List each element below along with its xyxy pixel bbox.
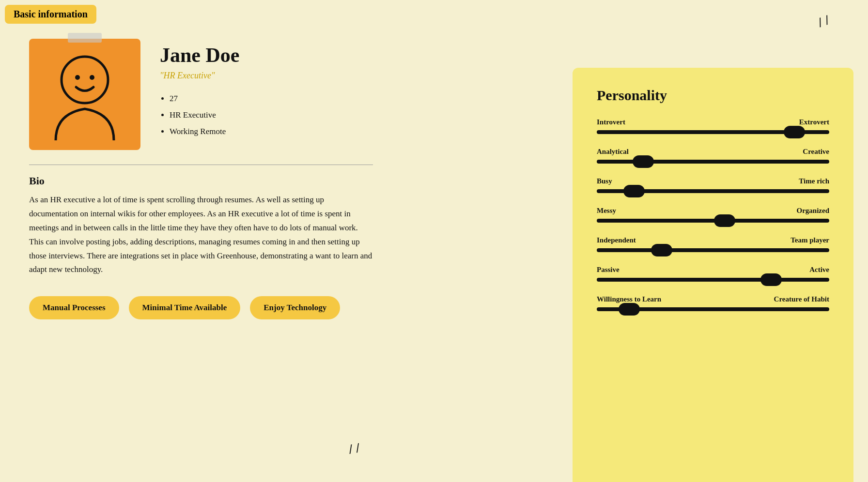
- slider-thumb-3[interactable]: [714, 214, 735, 227]
- slider-row-6: Willingness to LearnCreature of Habit: [597, 295, 829, 311]
- profile-title: "HR Executive": [160, 71, 239, 81]
- svg-point-2: [90, 75, 94, 80]
- slider-left-label-4: Independent: [597, 236, 636, 244]
- avatar-container: [29, 39, 140, 150]
- slider-row-1: AnalyticalCreative: [597, 148, 829, 164]
- slider-track-6: [597, 307, 829, 311]
- deco-mark-top: / /: [816, 13, 831, 30]
- avatar-illustration: [41, 46, 128, 143]
- slider-row-5: PassiveActive: [597, 266, 829, 282]
- slider-thumb-6[interactable]: [619, 303, 640, 316]
- slider-track-3: [597, 219, 829, 223]
- left-panel: Jane Doe "HR Executive" 27 HR Executive …: [0, 0, 397, 482]
- slider-labels-6: Willingness to LearnCreature of Habit: [597, 295, 829, 303]
- profile-workmode: Working Remote: [170, 123, 239, 140]
- slider-right-label-5: Active: [809, 266, 829, 274]
- avatar: [29, 39, 140, 150]
- slider-labels-0: IntrovertExtrovert: [597, 118, 829, 126]
- profile-role: HR Executive: [170, 107, 239, 123]
- slider-right-label-2: Time rich: [799, 177, 829, 185]
- tag-enjoy-technology[interactable]: Enjoy Technology: [250, 296, 340, 319]
- svg-point-1: [75, 75, 80, 80]
- bio-text: As an HR executive a lot of time is spen…: [29, 193, 373, 277]
- slider-thumb-1[interactable]: [633, 155, 654, 168]
- slider-left-label-6: Willingness to Learn: [597, 295, 661, 303]
- slider-track-0: [597, 130, 829, 134]
- personality-panel: Personality IntrovertExtrovertAnalytical…: [573, 68, 853, 482]
- slider-labels-2: BusyTime rich: [597, 177, 829, 185]
- slider-labels-5: PassiveActive: [597, 266, 829, 274]
- profile-name: Jane Doe: [160, 44, 239, 67]
- tape-decoration: [68, 33, 102, 43]
- sliders-container: IntrovertExtrovertAnalyticalCreativeBusy…: [597, 118, 829, 311]
- bio-section: Bio As an HR executive a lot of time is …: [29, 175, 373, 277]
- slider-row-0: IntrovertExtrovert: [597, 118, 829, 134]
- profile-section: Jane Doe "HR Executive" 27 HR Executive …: [29, 39, 373, 150]
- deco-mark-bottom: / /: [348, 441, 361, 456]
- slider-labels-4: IndependentTeam player: [597, 236, 829, 244]
- section-divider: [29, 165, 373, 165]
- basic-info-badge: Basic information: [5, 5, 96, 24]
- slider-right-label-0: Extrovert: [799, 118, 829, 126]
- personality-title: Personality: [597, 87, 829, 104]
- slider-thumb-2[interactable]: [623, 185, 645, 197]
- slider-row-4: IndependentTeam player: [597, 236, 829, 252]
- profile-age: 27: [170, 90, 239, 107]
- slider-right-label-1: Creative: [803, 148, 829, 156]
- slider-labels-1: AnalyticalCreative: [597, 148, 829, 156]
- tag-manual-processes[interactable]: Manual Processes: [29, 296, 119, 319]
- slider-thumb-4[interactable]: [651, 244, 672, 256]
- slider-left-label-5: Passive: [597, 266, 620, 274]
- slider-thumb-0[interactable]: [784, 126, 805, 138]
- svg-point-0: [62, 57, 108, 103]
- slider-labels-3: MessyOrganized: [597, 207, 829, 215]
- profile-details: 27 HR Executive Working Remote: [160, 90, 239, 140]
- slider-track-2: [597, 189, 829, 193]
- slider-right-label-4: Team player: [790, 236, 829, 244]
- slider-thumb-5[interactable]: [760, 273, 782, 286]
- bio-heading: Bio: [29, 175, 373, 187]
- slider-left-label-0: Introvert: [597, 118, 625, 126]
- slider-right-label-6: Creature of Habit: [774, 295, 829, 303]
- slider-left-label-1: Analytical: [597, 148, 629, 156]
- slider-right-label-3: Organized: [797, 207, 830, 215]
- slider-row-3: MessyOrganized: [597, 207, 829, 223]
- slider-left-label-2: Busy: [597, 177, 612, 185]
- slider-track-4: [597, 248, 829, 252]
- profile-info: Jane Doe "HR Executive" 27 HR Executive …: [160, 39, 239, 140]
- tag-minimal-time[interactable]: Minimal Time Available: [129, 296, 241, 319]
- slider-row-2: BusyTime rich: [597, 177, 829, 193]
- slider-track-5: [597, 278, 829, 282]
- tags-row: Manual Processes Minimal Time Available …: [29, 296, 373, 319]
- slider-track-1: [597, 160, 829, 164]
- slider-left-label-3: Messy: [597, 207, 616, 215]
